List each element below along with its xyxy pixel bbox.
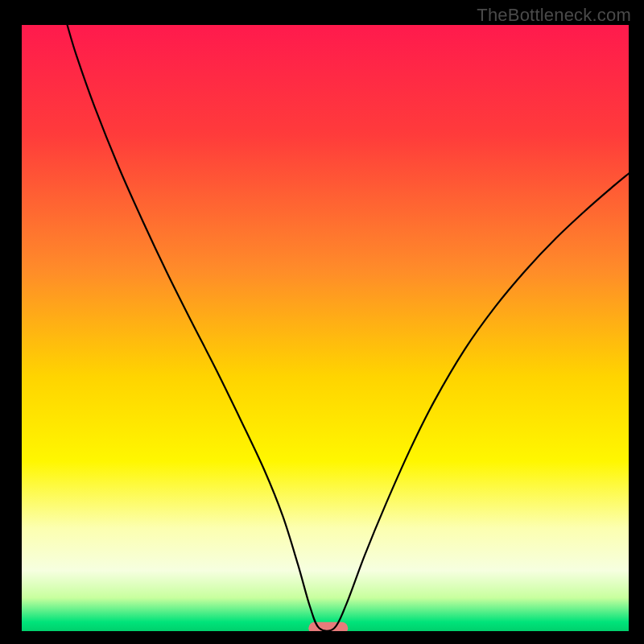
optimal-marker	[308, 622, 348, 634]
bottleneck-chart	[0, 0, 644, 644]
chart-frame: TheBottleneck.com	[0, 0, 644, 644]
plot-background	[22, 25, 629, 631]
watermark-label: TheBottleneck.com	[477, 5, 631, 26]
